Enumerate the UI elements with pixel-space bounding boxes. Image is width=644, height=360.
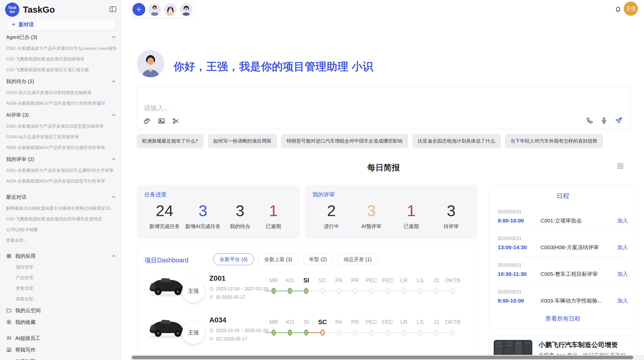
app-item-product[interactable]: 产品管理 (0, 273, 121, 283)
notification-bell-icon[interactable] (614, 5, 622, 13)
project-row[interactable]: 王强 A034 2023-12-19 ~ 2026-01-19 SC-2025-… (137, 308, 478, 350)
sidebar-item-ai-employee[interactable]: AI超级员工 (0, 332, 121, 344)
chat-input[interactable]: 请输入... (144, 104, 169, 113)
new-chat-button[interactable]: 新对话 (6, 18, 115, 31)
project-next-milestone: SI-2025-05-17 (209, 295, 245, 300)
flag-icon (209, 295, 214, 299)
task-progress-card: 任务进度 24 新增完成任务 3 新增AI完成任务 3 我的待办 1 已逾期 (137, 185, 300, 238)
chat-input-card: 请输入... (137, 87, 631, 129)
list-item[interactable]: Z001-全新燃油轻卡产品开发项目SI造型提交物评审 (0, 121, 121, 132)
avatar[interactable] (180, 3, 193, 16)
user-avatar[interactable]: 王强 (624, 2, 638, 16)
section-agent-done[interactable]: Agent已办 (3) (0, 31, 121, 43)
owner-name: 王强 (188, 329, 199, 336)
join-link[interactable]: 加入 (617, 271, 628, 278)
phone-icon[interactable] (586, 117, 594, 124)
sidebar-sections: Agent已办 (3) Z001-全新燃油皮卡产品开发项目SI节点Lesson … (0, 31, 121, 360)
milestone-dots (266, 328, 461, 337)
image-upload-icon[interactable] (158, 117, 165, 125)
section-my-review[interactable]: 我的评审 (2) (0, 153, 121, 165)
suggestion-chip[interactable]: 如何写一份清晰的项目周报 (208, 134, 277, 148)
join-link[interactable]: 加入 (617, 297, 628, 304)
join-link[interactable]: 加入 (617, 217, 628, 224)
list-item[interactable]: C02-飞腾新能源轻客改款项目里程碑画布 (0, 54, 121, 65)
add-agent-button[interactable] (133, 3, 145, 16)
project-row[interactable]: 王强 Z001 2023-12-19 ~ 2027-01-19 SI-2025-… (137, 267, 478, 308)
project-dashboard-card: 项目Dashboard 全新平台 (4) 全新上装 (3) 年型 (2) 动总开… (137, 247, 478, 360)
list-item[interactable]: A034-全新新能源MUV产品开发项目造型可行性评审 (0, 176, 121, 187)
avatar[interactable] (148, 3, 161, 16)
list-item[interactable]: Z001-全新燃油轻卡产品开发项目SI节点属性5D文件评审 (0, 165, 121, 176)
my-review-card: 我的评审 2 进行中 3 AI预评审 1 已逾期 3 待评审 (305, 185, 478, 238)
sidebar-item-label: AI超级员工 (15, 335, 116, 342)
sidebar-item-favorites[interactable]: 我的收藏 (0, 316, 121, 328)
attachment-icon[interactable] (143, 117, 151, 125)
filter-chip[interactable]: 全新上装 (3) (258, 253, 299, 265)
list-item[interactable]: C0X4-动力总成开发项目工程变更评审 (0, 132, 121, 142)
list-item[interactable]: A034-全新新能源MUV产品开发项目计划变更表编写 (0, 98, 121, 109)
milestone-track: MRKOSISCPAPRPECFECLRLSJ1OKTB (266, 277, 461, 295)
plus-icon (136, 6, 142, 13)
microphone-icon[interactable] (600, 117, 608, 124)
milestone-labels: MRKOSISCPAPRPECFECLRLSJ1OKTB (266, 319, 461, 326)
layout-grid-icon[interactable] (617, 162, 624, 170)
sidebar-item-write-helper[interactable]: 帮我写作 (0, 344, 121, 356)
avatar[interactable] (164, 3, 177, 16)
project-next-milestone: SC-2025-05-17 (209, 336, 247, 342)
app-item-project[interactable]: 项目管理 (0, 262, 121, 273)
plus-icon (11, 22, 16, 27)
scissors-icon[interactable] (172, 117, 180, 125)
stat-label: 进行中 (317, 223, 345, 230)
chevron-up-icon (112, 158, 116, 160)
card-title: 我的评审 (312, 191, 335, 199)
sidebar-item-creative-draw[interactable]: 创意制图 (0, 356, 121, 360)
app-item-view-all[interactable]: 查看全部... (0, 294, 121, 305)
list-item[interactable]: 解释最新出台的欧盟报废车法规再生塑料比例被调至15%... (0, 203, 121, 214)
event-date: 2025/03/11 (498, 262, 628, 268)
event-title: C003|H0B-方案冻结评审 (540, 244, 617, 251)
flag-icon (209, 337, 214, 341)
filter-chip[interactable]: 年型 (2) (303, 253, 333, 265)
suggestion-chip[interactable]: 特朗普可能对进口汽车增税会对中国车企造成哪些影响 (281, 134, 408, 148)
event-time: 10:30-11:30 (498, 271, 540, 277)
suggestion-chip[interactable]: 比亚迪全固态电池计划具体说了什么 (412, 134, 501, 148)
app-item-change[interactable]: 变更管理 (0, 283, 121, 294)
send-icon[interactable] (614, 116, 623, 125)
suggestion-chip[interactable]: 欧洲新规最近颁布了什么? (137, 134, 204, 148)
list-item[interactable]: Z001-全新燃油皮卡产品开发项目SI节点Lesson Learn报告 (0, 43, 121, 54)
section-title: AI评审 (3) (6, 112, 29, 118)
list-item-view-all[interactable]: 查看全部... (0, 235, 121, 246)
dashboard-title: 项目Dashboard (144, 256, 188, 264)
divider (4, 330, 117, 330)
project-owner-badge: 王强 (182, 322, 204, 344)
app-logo-icon: Task Go (5, 3, 19, 17)
list-item[interactable]: A034-全新新能源MUV产品开发项目法规符合性评审 (0, 142, 121, 153)
schedule-event: 2025/03/11 9:00-10:00 C001-立项审批会 加入 (498, 209, 628, 231)
sidebar-item-my-apps[interactable]: 我的应用 (0, 250, 121, 262)
chevron-up-icon (112, 80, 116, 83)
sidebar-collapse-icon[interactable] (109, 5, 117, 13)
join-link[interactable]: 加入 (617, 244, 628, 251)
stat-label: 新增AI完成任务 (185, 223, 221, 230)
list-item[interactable]: 公司Q3轻卡销量 (0, 224, 121, 235)
suggestion-chip[interactable]: 当下年轻人对汽车外观有怎样的喜好趋势 (505, 134, 603, 148)
section-recent-chats[interactable]: 最近对话 (0, 191, 121, 203)
view-all-schedule-link[interactable]: 查看所有日程 (489, 315, 637, 323)
section-my-todo[interactable]: 我的待办 (2) (0, 75, 121, 87)
list-item[interactable]: C02-飞腾新能源轻客改款项目的闭环通告反馈情况 (0, 214, 121, 224)
list-item[interactable]: C0X4-动力总成开发项目SI里程碑提交物检查 (0, 87, 121, 98)
sidebar-item-cloud[interactable]: 我的云空间 (0, 305, 121, 316)
event-title: C001-立项审批会 (540, 217, 617, 224)
chevron-up-icon (112, 196, 116, 198)
sidebar-item-label: 帮我写作 (15, 347, 116, 353)
schedule-event: 2025/03/11 9:00-10:00 X003-车辆动力学性能验... 加… (498, 289, 628, 310)
filter-chip-active[interactable]: 全新平台 (4) (213, 253, 254, 265)
sidebar-item-label: 我的云空间 (15, 307, 116, 314)
horizontal-scrollbar-thumb[interactable] (132, 356, 633, 359)
list-item[interactable]: C02-飞腾新能源轻客改款项目立项汇报方案 (0, 65, 121, 75)
stat-new-ai-done: 3 新增AI完成任务 (185, 202, 221, 230)
logo-line-1: Task (8, 6, 16, 10)
section-ai-review[interactable]: AI评审 (3) (0, 109, 121, 121)
pen-icon (6, 359, 12, 360)
filter-chip[interactable]: 动总开发 (1) (337, 253, 378, 265)
